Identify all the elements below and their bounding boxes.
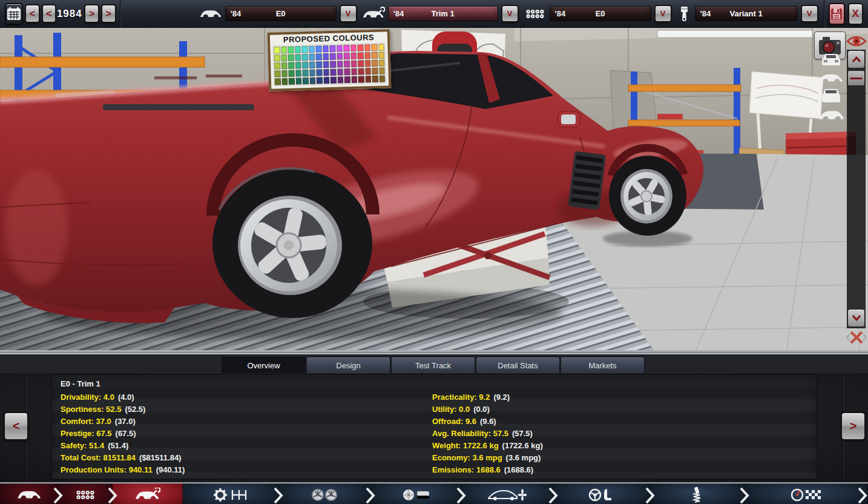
save-button[interactable] xyxy=(829,3,845,25)
view-side-icon xyxy=(819,72,843,84)
photo-gizmo-button[interactable] xyxy=(846,328,867,347)
model-car-icon xyxy=(200,6,222,22)
toolbar-step-engine-family[interactable] xyxy=(58,483,113,504)
camera-view-rear-button[interactable] xyxy=(817,87,845,105)
stat-comfort: Comfort: 37.0(37.0) xyxy=(61,416,185,428)
model-name: E0 xyxy=(226,7,336,21)
garage-scene xyxy=(0,28,868,350)
scrollbar-thumb[interactable] xyxy=(847,70,865,86)
stat-drivability: Drivability: 4.0(4.0) xyxy=(61,391,185,403)
panel-prev-button[interactable]: < xyxy=(4,412,28,440)
toolbar-step-test-track[interactable] xyxy=(745,483,868,504)
save-floppy-icon xyxy=(830,8,843,20)
view-perspective-icon xyxy=(818,108,844,123)
stat-utility: Utility: 0.0(0.0) xyxy=(432,403,543,416)
panel-next-button[interactable]: > xyxy=(841,412,866,440)
colour-swatch-grid xyxy=(272,42,386,86)
stat-practicality: Practicality: 9.2(9.2) xyxy=(432,391,543,403)
tab-markets[interactable]: Markets xyxy=(561,357,645,373)
model-dropdown[interactable]: '84 E0 xyxy=(225,6,337,21)
stat-emissions: Emissions: 1688.6(1688.6) xyxy=(432,464,543,476)
suspension-step-icon xyxy=(690,486,705,503)
photo-gizmo-icon xyxy=(846,328,867,346)
scroll-down-icon xyxy=(852,314,861,322)
scroll-up-button[interactable] xyxy=(847,50,865,68)
close-button[interactable]: X xyxy=(848,3,863,25)
tab-detail-stats[interactable]: Detail Stats xyxy=(476,357,560,373)
stat-avg-reliability: Avg. Reliability: 57.5(57.5) xyxy=(432,428,543,440)
year-back-fast-button[interactable]: < xyxy=(25,4,40,23)
rear-wheel xyxy=(212,168,372,318)
tab-test-track[interactable]: Test Track xyxy=(391,357,475,373)
brakes-step-icon xyxy=(402,488,430,502)
stats-column-left: Drivability: 4.0(4.0) Sportiness: 52.5(5… xyxy=(61,391,185,476)
toolbar-step-suspension[interactable] xyxy=(650,483,745,504)
trim-stats-box: E0 - Trim 1 Drivability: 4.0(4.0) Sporti… xyxy=(51,374,817,479)
year-forward-button[interactable]: > xyxy=(84,4,99,23)
camera-view-perspective-button[interactable] xyxy=(817,107,845,125)
calendar-button[interactable] xyxy=(5,3,23,25)
front-wheel xyxy=(609,156,686,236)
test-track-step-icon xyxy=(791,488,821,502)
camera-view-front-button[interactable] xyxy=(817,51,845,69)
view-rear-icon xyxy=(820,88,842,105)
model-dropdown-button[interactable]: V xyxy=(340,5,357,22)
toolbar-step-brakes[interactable] xyxy=(370,483,461,504)
interior-step-icon xyxy=(588,488,615,502)
engine-variant-selector-group: '84 Variant 1 V xyxy=(677,5,818,22)
engine-variant-dropdown[interactable]: '84 Variant 1 xyxy=(695,6,798,21)
engine-family-dropdown[interactable]: '84 E0 xyxy=(550,6,651,21)
scroll-down-button[interactable] xyxy=(847,309,865,327)
automation-game-window: < < 1984 > > '84 E0 V '84 Trim 1 V xyxy=(0,0,868,504)
engine-family-icon xyxy=(524,6,547,22)
engine-variant-dropdown-button[interactable]: V xyxy=(801,5,818,22)
toolbar-step-wheels[interactable] xyxy=(278,483,370,504)
model-selector-group: '84 E0 V xyxy=(200,5,357,22)
design-step-toolbar xyxy=(0,482,868,504)
aero-step-icon xyxy=(488,488,527,502)
trim-dropdown[interactable]: '84 Trim 1 xyxy=(388,6,498,21)
trim-dropdown-button[interactable]: V xyxy=(501,5,519,22)
stat-prestige: Prestige: 67.5(67.5) xyxy=(61,428,185,440)
trim-car-wrench-icon xyxy=(363,6,385,22)
engine-step-icon xyxy=(75,489,96,501)
top-bar: < < 1984 > > '84 E0 V '84 Trim 1 V xyxy=(0,0,868,28)
toolbar-step-model[interactable] xyxy=(0,483,58,504)
stats-column-right: Practicality: 9.2(9.2) Utility: 0.0(0.0)… xyxy=(432,391,543,476)
visibility-toggle[interactable] xyxy=(846,33,867,50)
stat-sportiness: Sportiness: 52.5(52.5) xyxy=(61,403,185,416)
calendar-icon xyxy=(7,7,21,21)
stat-production-units: Production Units: 940.11(940.11) xyxy=(61,464,185,476)
current-year: 1984 xyxy=(56,8,82,20)
toolbar-step-body-aero[interactable] xyxy=(461,483,553,504)
toolbar-step-gearbox[interactable] xyxy=(183,483,278,504)
camera-view-side-button[interactable] xyxy=(817,69,845,87)
wheels-step-icon xyxy=(311,488,338,502)
topbar-divider xyxy=(120,0,121,28)
model-step-car-icon xyxy=(17,489,41,500)
side-vent xyxy=(568,151,606,210)
3d-viewport[interactable]: PROPOSED COLOURS xyxy=(0,28,868,352)
gearbox-step-icon xyxy=(213,488,248,502)
toolbar-step-trim[interactable] xyxy=(113,483,183,504)
side-mirror xyxy=(557,111,580,127)
engine-family-selector-group: '84 E0 V xyxy=(524,5,672,22)
year-forward-fast-button[interactable]: > xyxy=(101,4,116,23)
stat-offroad: Offroad: 9.6(9.6) xyxy=(432,416,543,428)
ceiling-light xyxy=(657,30,812,38)
trim-name: Trim 1 xyxy=(389,7,498,21)
stat-weight: Weight: 1722.6 kg(1722.6 kg) xyxy=(432,440,543,452)
year-back-button[interactable]: < xyxy=(42,4,57,23)
engine-family-dropdown-button[interactable]: V xyxy=(654,5,672,22)
proposed-colours-poster: PROPOSED COLOURS xyxy=(268,29,392,91)
toolbar-step-interior[interactable] xyxy=(553,483,650,504)
engine-family-name: E0 xyxy=(550,7,651,21)
tab-overview[interactable]: Overview xyxy=(222,357,306,373)
tab-strip: Overview Design Test Track Detail Stats … xyxy=(0,352,868,373)
view-front-icon xyxy=(820,52,842,68)
viewport-scrollbar[interactable] xyxy=(847,50,866,328)
topbar-divider-right xyxy=(824,0,825,28)
tab-design[interactable]: Design xyxy=(306,357,390,373)
trim-step-icon xyxy=(135,488,160,502)
stat-total-cost: Total Cost: 81511.84($81511.84) xyxy=(61,452,185,464)
